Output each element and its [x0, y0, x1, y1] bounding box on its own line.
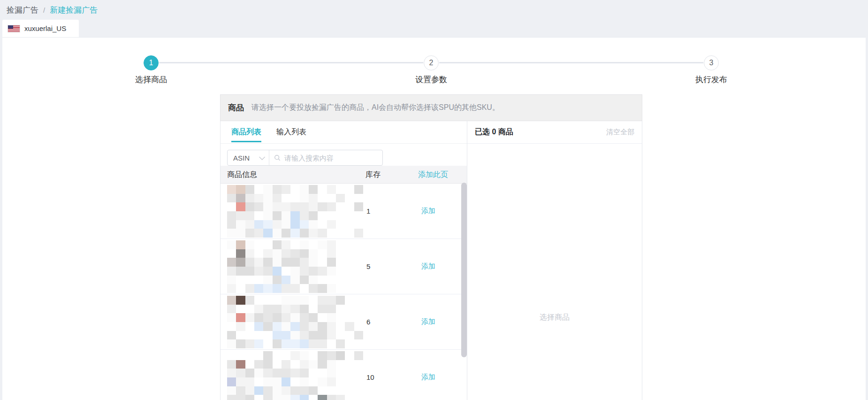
- add-page-link[interactable]: 添加此页: [418, 170, 448, 180]
- column-product-info: 商品信息: [227, 170, 257, 180]
- step-1-label: 选择商品: [104, 74, 198, 85]
- search-filter-select[interactable]: ASIN: [228, 150, 269, 165]
- add-button[interactable]: 添加: [421, 373, 435, 382]
- step-2-circle: 2: [424, 55, 439, 70]
- search-field: [269, 150, 382, 165]
- step-1-circle: 1: [144, 55, 159, 70]
- step-3-circle: 3: [704, 55, 719, 70]
- column-stock: 库存: [365, 170, 381, 180]
- selected-empty-placeholder: 选择商品: [540, 313, 570, 323]
- account-tab-label: xuxuerlai_US: [24, 24, 66, 32]
- product-image-blurred: [227, 351, 363, 400]
- step-3-label: 执行发布: [664, 74, 758, 85]
- breadcrumb-current[interactable]: 新建捡漏广告: [50, 5, 98, 15]
- add-button[interactable]: 添加: [421, 207, 435, 215]
- main-card: 1 选择商品 2 设置参数 3 执行发布 商品 请选择一个要投放捡漏广告的商品，…: [2, 37, 866, 400]
- selected-pane: 已选 0 商品 清空全部 选择商品: [467, 121, 642, 400]
- stepper-connector-1: [159, 62, 423, 63]
- selected-count-title: 已选 0 商品: [475, 127, 513, 137]
- search-group: ASIN: [227, 150, 383, 166]
- list-tabs: 商品列表 输入列表: [221, 121, 467, 144]
- account-tab[interactable]: xuxuerlai_US: [2, 20, 79, 37]
- tab-product-list[interactable]: 商品列表: [231, 121, 261, 143]
- panel-title: 商品: [228, 102, 244, 113]
- breadcrumb-separator: /: [43, 6, 45, 14]
- search-icon: [274, 154, 281, 161]
- search-filter-value: ASIN: [233, 154, 250, 162]
- step-2-label: 设置参数: [384, 74, 478, 85]
- selected-header: 已选 0 商品 清空全部: [467, 121, 642, 144]
- scrollbar[interactable]: [461, 183, 467, 357]
- product-image-blurred: [227, 185, 363, 238]
- breadcrumb-parent[interactable]: 捡漏广告: [7, 5, 38, 15]
- add-button[interactable]: 添加: [421, 262, 435, 271]
- stock-value: 10: [366, 373, 374, 381]
- selected-body: 选择商品: [467, 144, 642, 400]
- stepper-connector-2: [439, 62, 703, 63]
- chevron-down-icon: [259, 154, 265, 160]
- product-image-blurred: [227, 240, 363, 293]
- clear-all-button[interactable]: 清空全部: [606, 128, 634, 137]
- table-row: 6 添加: [221, 294, 467, 350]
- table-row: 1 添加: [221, 184, 467, 239]
- breadcrumb: 捡漏广告 / 新建捡漏广告: [7, 4, 98, 16]
- stock-value: 5: [366, 262, 370, 270]
- product-rows: 1 添加 5 添加 6 添加 10 添加: [221, 184, 467, 400]
- table-row: 5 添加: [221, 239, 467, 294]
- product-image-blurred: [227, 296, 363, 348]
- tab-input-list[interactable]: 输入列表: [276, 121, 306, 143]
- us-flag-icon: [8, 25, 20, 32]
- add-button[interactable]: 添加: [421, 317, 435, 326]
- table-row: 10 添加: [221, 350, 467, 400]
- table-header: 商品信息 库存 添加此页: [221, 166, 467, 184]
- panel-description: 请选择一个要投放捡漏广告的商品，AI会自动帮你选择该SPU的其他SKU。: [251, 103, 500, 113]
- product-panel-header: 商品 请选择一个要投放捡漏广告的商品，AI会自动帮你选择该SPU的其他SKU。: [220, 94, 642, 121]
- stock-value: 1: [366, 207, 370, 215]
- product-panel: 商品列表 输入列表 ASIN 商品信息 库存: [220, 121, 642, 400]
- stock-value: 6: [366, 318, 370, 326]
- product-list-pane: 商品列表 输入列表 ASIN 商品信息 库存: [221, 121, 467, 400]
- search-input[interactable]: [284, 154, 378, 162]
